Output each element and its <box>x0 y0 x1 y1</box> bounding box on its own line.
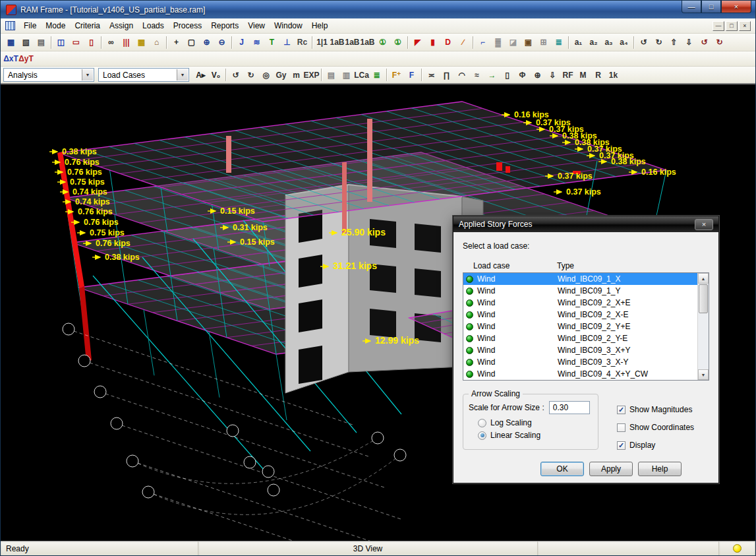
load-case-row[interactable]: WindWind_IBC09_2_Y-E <box>463 332 697 344</box>
column-diagram-icon[interactable]: ∏ <box>439 68 454 82</box>
load-case-list[interactable]: WindWind_IBC09_1_XWindWind_IBC09_1_YWind… <box>463 272 709 381</box>
menu-assign[interactable]: Assign <box>105 19 138 32</box>
drift-x-icon[interactable]: ΔxT <box>3 52 18 66</box>
arc-diagram-icon[interactable]: ◠ <box>454 68 469 82</box>
scroll-up-icon[interactable]: ▲ <box>698 273 709 284</box>
apply-button[interactable]: Apply <box>589 462 633 476</box>
zoom-window-icon[interactable]: ▢ <box>184 36 199 49</box>
maximize-button[interactable]: □ <box>701 1 721 13</box>
show-openings-icon[interactable]: ∕ <box>455 36 471 49</box>
print-preview-icon[interactable]: ▤ <box>34 36 49 49</box>
label-loads-off-icon[interactable]: ① <box>390 36 405 49</box>
help-button[interactable]: Help <box>638 462 682 476</box>
beam-diagram-icon[interactable]: ≍ <box>424 68 439 82</box>
spin-cw-icon[interactable]: ↻ <box>712 36 727 49</box>
show-columns-red-icon[interactable]: ▮ <box>425 36 440 49</box>
ok-button[interactable]: OK <box>540 462 584 476</box>
label-walls-icon[interactable]: 1aB <box>360 36 375 49</box>
view-mode-icon[interactable]: V₀ <box>208 68 223 82</box>
load-case-row[interactable]: WindWind_IBC09_2_X+E <box>463 297 697 309</box>
report-doc-2-icon[interactable]: ▥ <box>339 68 354 82</box>
gravity-y-icon[interactable]: Gy <box>274 68 289 82</box>
zoom-in-icon[interactable]: ⊕ <box>199 36 214 49</box>
chevron-down-icon[interactable]: ▼ <box>82 69 93 80</box>
load-case-row[interactable]: WindWind_IBC09_4_X+Y_CW <box>463 368 697 380</box>
rotation-phi-icon[interactable]: Φ <box>515 68 530 82</box>
find-icon[interactable]: ∞ <box>103 36 119 49</box>
member-forces-icon[interactable]: ||| <box>119 36 134 49</box>
mass-icon[interactable]: m <box>289 68 304 82</box>
load-case-row[interactable]: WindWind_IBC09_2_Y+E <box>463 321 697 332</box>
supports-icon[interactable]: ⊥ <box>279 36 295 49</box>
scroll-down-icon[interactable]: ▼ <box>698 369 709 380</box>
axes-toggle-icon[interactable]: T <box>264 36 279 49</box>
building-view-icon[interactable]: ⌂ <box>149 36 164 49</box>
viewport-3d[interactable]: 0.38 kips0.76 kips0.76 kips0.75 kips0.74… <box>1 84 755 541</box>
node-results-icon[interactable]: ⊕ <box>530 68 545 82</box>
menu-criteria[interactable]: Criteria <box>70 19 105 32</box>
joint-loads-icon[interactable]: J <box>234 36 249 49</box>
mdi-document-icon[interactable] <box>5 21 15 30</box>
checkbox-show-coordinates[interactable]: Show Coordinates <box>617 423 694 432</box>
list-scrollbar[interactable]: ▲ ▼ <box>697 273 709 380</box>
print-icon[interactable]: ▧ <box>18 36 34 49</box>
radio-log-scaling[interactable]: Log Scaling <box>478 418 593 427</box>
dynamic-ccw-icon[interactable]: ↺ <box>228 68 243 82</box>
show-ramps-icon[interactable]: ◪ <box>506 36 521 49</box>
menu-file[interactable]: File <box>19 19 41 32</box>
tables-icon[interactable]: ▦ <box>134 36 149 49</box>
label-columns-icon[interactable]: 1aB <box>345 36 360 49</box>
menu-help[interactable]: Help <box>307 19 333 32</box>
view-plan-icon[interactable]: ▭ <box>69 36 84 49</box>
show-wall-panels-icon[interactable]: ▓ <box>490 36 506 49</box>
menu-loads[interactable]: Loads <box>138 19 169 32</box>
title-bar[interactable]: RAM Frame - [Tutorial_v1406_US_partial_b… <box>1 1 755 18</box>
menu-view[interactable]: View <box>243 19 270 32</box>
applied-story-forces-dialog[interactable]: Applied Story Forces × Select a load cas… <box>453 216 719 483</box>
next-mode-icon[interactable]: → <box>484 68 500 82</box>
report-doc-icon[interactable]: ▤ <box>324 68 339 82</box>
radio-linear-scaling[interactable]: Linear Scaling <box>478 431 593 440</box>
load-case-row[interactable]: WindWind_IBC09_1_X <box>463 273 697 285</box>
spin-ccw-icon[interactable]: ↺ <box>697 36 712 49</box>
rotate-down-icon[interactable]: ⇩ <box>682 36 697 49</box>
mdi-minimize-button[interactable]: — <box>712 21 724 31</box>
load-case-row[interactable]: WindWind_IBC09_2_X-E <box>463 309 697 321</box>
show-deck-icon[interactable]: D <box>440 36 455 49</box>
view-3d-icon[interactable]: ◫ <box>53 36 69 49</box>
mdi-restore-button[interactable]: □ <box>726 21 738 31</box>
export-icon[interactable]: EXP <box>304 68 319 82</box>
reactions-icon[interactable]: RF <box>560 68 575 82</box>
close-button[interactable]: × <box>721 1 751 13</box>
save-icon[interactable]: ▦ <box>3 36 18 49</box>
load-down-icon[interactable]: ⇩ <box>545 68 560 82</box>
pan-icon[interactable]: + <box>169 36 184 49</box>
show-walls-icon[interactable]: ◤ <box>410 36 425 49</box>
applied-forces-icon[interactable]: F⁺ <box>389 68 404 82</box>
menu-reports[interactable]: Reports <box>206 19 243 32</box>
dialog-close-button[interactable]: × <box>695 219 713 230</box>
member-releases-icon[interactable]: a₃ <box>601 36 616 49</box>
rotate-left-icon[interactable]: ↺ <box>636 36 651 49</box>
member-axes-icon[interactable]: a₁ <box>571 36 586 49</box>
dialog-title-bar[interactable]: Applied Story Forces × <box>453 216 718 232</box>
scrollbar-thumb[interactable] <box>699 284 708 313</box>
label-loads-on-icon[interactable]: ① <box>375 36 390 49</box>
member-force-display-icon[interactable]: F <box>404 68 419 82</box>
member-axes-global-icon[interactable]: a₂ <box>586 36 601 49</box>
global-axes-icon[interactable]: ◎ <box>258 68 274 82</box>
checkbox-display[interactable]: ✓Display <box>617 441 694 450</box>
member-offsets-icon[interactable]: a₄ <box>616 36 631 49</box>
surface-loads-icon[interactable]: ≋ <box>249 36 264 49</box>
rigid-links-icon[interactable]: Rc <box>295 36 310 49</box>
rotate-up-icon[interactable]: ⇧ <box>666 36 682 49</box>
wave-diagram-icon[interactable]: ≈ <box>469 68 484 82</box>
label-beams-icon[interactable]: 1aB <box>330 36 345 49</box>
load-case-row[interactable]: WindWind_IBC09_1_Y <box>463 285 697 297</box>
rotate-right-icon[interactable]: ↻ <box>651 36 666 49</box>
mode-combo[interactable]: Analysis ▼ <box>3 68 94 82</box>
load-cases-combo[interactable]: Load Cases ▼ <box>98 68 189 82</box>
minimize-button[interactable]: — <box>682 1 701 13</box>
show-grid-icon[interactable]: ⊞ <box>536 36 551 49</box>
section-cut-icon[interactable]: ▯ <box>500 68 515 82</box>
